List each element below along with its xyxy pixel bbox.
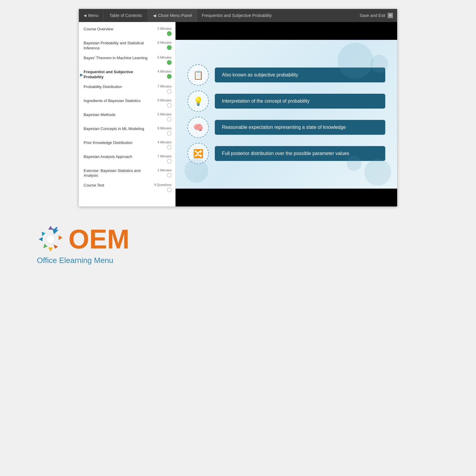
svg-marker-8 — [42, 232, 46, 236]
app-container: ◀ Menu Table of Contents ◀ Close Menu Pa… — [79, 9, 397, 206]
sidebar-item-5[interactable]: Ingredients of Bayesian Statistics 9 Min… — [79, 96, 175, 110]
sidebar-item-9[interactable]: Bayesian Analysis Approach 7 Minutes — [79, 152, 175, 166]
content-bottom-black — [176, 189, 397, 206]
sidebar-item-status — [167, 159, 172, 164]
sidebar-item-label: Course Test — [84, 183, 151, 188]
menu-label: Menu — [88, 13, 98, 18]
sidebar-item-status — [167, 45, 172, 50]
sidebar-item-1[interactable]: Bayesian Probability and Statistical Inf… — [79, 38, 175, 53]
sidebar-item-duration: 5 Minutes — [157, 112, 172, 116]
sidebar-item-7[interactable]: Bayesian Concepts in ML Modeling 8 Minut… — [79, 124, 175, 138]
svg-marker-7 — [39, 237, 43, 241]
slide-icon-3: 🔀 — [193, 149, 203, 159]
content-top-black — [176, 22, 397, 40]
sidebar: Course Overview 2 Minutes Bayesian Proba… — [79, 22, 176, 206]
toc-label: Table of Contents — [104, 9, 148, 22]
sidebar-item-4[interactable]: Probability Distribution 7 Minutes — [79, 82, 175, 96]
sidebar-item-duration: 9 Questions — [154, 183, 172, 187]
svg-marker-6 — [43, 244, 48, 248]
header-bar: ◀ Menu Table of Contents ◀ Close Menu Pa… — [79, 9, 397, 22]
sidebar-item-status — [167, 145, 172, 150]
slide-icon-wrap-2: 🧠 — [187, 117, 209, 138]
close-panel-chevron-icon: ◀ — [153, 13, 156, 18]
sidebar-item-duration: 6 Minutes — [157, 56, 172, 59]
sidebar-item-status — [167, 60, 172, 65]
slide-icon-wrap-1: 💡 — [187, 90, 209, 112]
slide-icon-wrap-0: 📋 — [187, 64, 209, 86]
slide-row-1: 💡 Interpretation of the concept of proba… — [187, 90, 385, 112]
slide-icon-0: 📋 — [193, 70, 203, 80]
logo-section: OEM Office Elearning Menu — [0, 206, 476, 277]
svg-marker-3 — [59, 235, 62, 240]
svg-marker-5 — [48, 248, 53, 252]
menu-button[interactable]: ◀ Menu — [79, 9, 104, 22]
slide-label-2: Reasonable expectation representing a st… — [215, 120, 385, 135]
logo-text: OEM — [68, 226, 129, 253]
sidebar-item-8[interactable]: Prior Knowledge Distribution 4 Minutes — [79, 138, 175, 152]
slide-label-1: Interpretation of the concept of probabi… — [215, 94, 385, 109]
logo-row: OEM — [36, 224, 129, 254]
sidebar-item-2[interactable]: Bayes' Theorem in Machine Learning 6 Min… — [79, 53, 175, 67]
main-content: Course Overview 2 Minutes Bayesian Proba… — [79, 22, 397, 206]
sidebar-item-0[interactable]: Course Overview 2 Minutes — [79, 24, 175, 38]
sidebar-item-meta: 8 Minutes — [151, 41, 172, 50]
sidebar-item-duration: 8 Minutes — [157, 126, 172, 130]
sidebar-item-status — [167, 173, 172, 178]
sidebar-item-status — [167, 131, 172, 136]
sidebar-item-duration: 2 Minutes — [157, 27, 172, 30]
sidebar-item-duration: 8 Minutes — [157, 41, 172, 44]
sidebar-item-meta: 5 Minutes — [151, 112, 172, 122]
sidebar-item-status — [167, 74, 172, 79]
sidebar-item-meta: 4 Minutes — [151, 70, 172, 79]
sidebar-item-meta: 6 Minutes — [151, 56, 172, 65]
svg-marker-2 — [48, 226, 53, 230]
svg-point-9 — [46, 235, 55, 243]
sidebar-item-meta: 9 Minutes — [151, 98, 172, 108]
sidebar-item-label: Bayesian Probability and Statistical Inf… — [84, 41, 151, 51]
slide-row-2: 🧠 Reasonable expectation representing a … — [187, 117, 385, 138]
sidebar-item-3[interactable]: ▶ Frequentist and Subjective Probability… — [79, 67, 175, 82]
save-exit-label: Save and Exit — [360, 13, 385, 18]
sidebar-item-10[interactable]: Exercise: Bayesian Statistics and Analys… — [79, 166, 175, 181]
sidebar-item-11[interactable]: Course Test 9 Questions — [79, 181, 175, 195]
sidebar-item-label: Bayesian Concepts in ML Modeling — [84, 126, 151, 131]
close-panel-button[interactable]: ◀ Close Menu Panel — [148, 9, 197, 22]
sidebar-item-label: Bayes' Theorem in Machine Learning — [84, 56, 151, 61]
sidebar-item-duration: 9 Minutes — [157, 98, 172, 102]
logo-tagline: Office Elearning Menu — [37, 256, 113, 265]
sidebar-item-label: Prior Knowledge Distribution — [84, 140, 151, 145]
sidebar-item-status — [167, 187, 172, 192]
oem-logo-icon — [36, 224, 65, 254]
sidebar-item-label: Course Overview — [84, 27, 151, 32]
svg-marker-4 — [54, 245, 58, 249]
sidebar-item-label: Frequentist and Subjective Probability — [84, 70, 151, 80]
sidebar-item-label: Exercise: Bayesian Statistics and Analys… — [84, 168, 151, 178]
sidebar-item-status — [167, 103, 172, 108]
sidebar-item-label: Bayesian Methods — [84, 112, 151, 118]
content-slide: 📋 Also known as subjective probability 💡… — [176, 40, 397, 189]
sidebar-item-meta: 2 Minutes — [151, 27, 172, 36]
sidebar-item-meta: 2 Minutes — [151, 168, 172, 178]
bg-decor-1 — [338, 43, 373, 79]
close-icon[interactable]: ✕ — [388, 13, 393, 18]
slide-title: Frequentist and Subjective Probability — [197, 13, 355, 18]
bg-decor-5 — [364, 159, 391, 186]
bg-decor-2 — [370, 55, 388, 73]
sidebar-item-duration: 4 Minutes — [157, 140, 172, 144]
menu-chevron-icon: ◀ — [84, 13, 86, 18]
sidebar-item-status — [167, 117, 172, 122]
sidebar-item-meta: 9 Questions — [151, 183, 172, 192]
sidebar-item-duration: 4 Minutes — [157, 70, 172, 73]
sidebar-item-duration: 7 Minutes — [157, 84, 172, 88]
close-panel-label: Close Menu Panel — [158, 13, 192, 18]
sidebar-item-duration: 7 Minutes — [157, 154, 172, 158]
save-exit-button[interactable]: Save and Exit ✕ — [356, 9, 397, 22]
sidebar-item-meta: 7 Minutes — [151, 84, 172, 94]
sidebar-item-meta: 4 Minutes — [151, 140, 172, 150]
sidebar-item-meta: 7 Minutes — [151, 154, 172, 164]
sidebar-item-label: Probability Distribution — [84, 84, 151, 90]
sidebar-item-meta: 8 Minutes — [151, 126, 172, 136]
sidebar-item-status — [167, 31, 172, 36]
sidebar-item-status — [167, 89, 172, 94]
sidebar-item-6[interactable]: Bayesian Methods 5 Minutes — [79, 110, 175, 124]
